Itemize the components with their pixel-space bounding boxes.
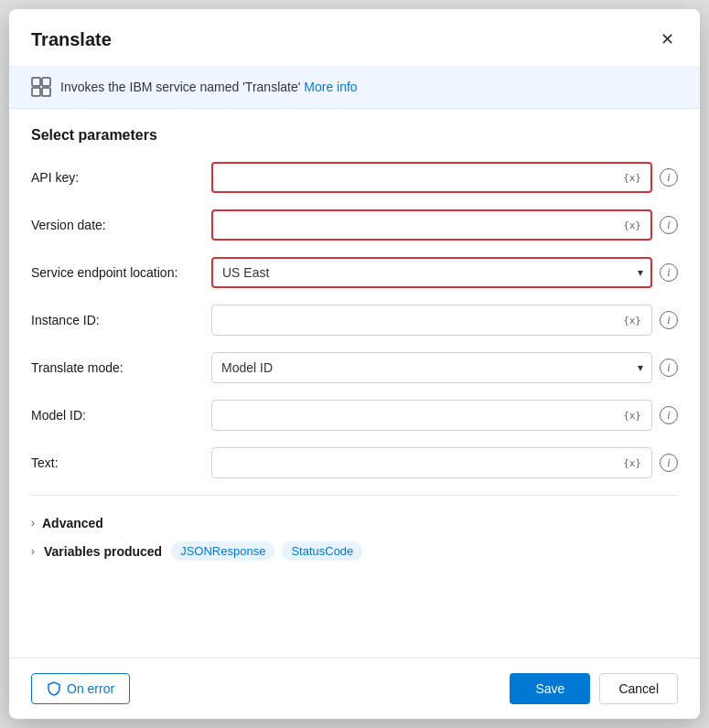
api-key-info-icon: i — [660, 168, 678, 187]
dialog-body: Select parameters API key: {x} i Version… — [9, 109, 700, 658]
translate-service-icon — [31, 77, 51, 97]
model-id-info-icon: i — [660, 406, 678, 424]
svg-rect-1 — [42, 78, 50, 86]
text-input[interactable] — [211, 447, 652, 478]
version-date-label: Version date: — [31, 218, 200, 232]
advanced-collapsible[interactable]: › Advanced — [31, 510, 678, 536]
service-endpoint-select-wrapper: US East US South EU De EU GB JP Tok AU S… — [211, 257, 652, 288]
translate-mode-control: Model ID Source/Target ▾ i — [211, 352, 678, 383]
service-endpoint-control: US East US South EU De EU GB JP Tok AU S… — [211, 257, 678, 288]
translate-mode-select-wrapper: Model ID Source/Target ▾ — [211, 352, 652, 383]
info-banner: Invokes the IBM service named 'Translate… — [9, 66, 700, 109]
section-title: Select parameters — [31, 127, 678, 144]
version-date-input[interactable] — [211, 209, 652, 241]
text-clear-button[interactable]: {x} — [619, 455, 645, 471]
status-code-tag: StatusCode — [282, 541, 362, 561]
text-row: Text: {x} i — [31, 447, 678, 478]
advanced-chevron-icon: › — [31, 517, 35, 530]
variables-chevron-icon: › — [31, 545, 35, 558]
translate-dialog: Translate ✕ Invokes the IBM service name… — [9, 9, 700, 719]
model-id-label: Model ID: — [31, 408, 200, 423]
service-endpoint-row: Service endpoint location: US East US So… — [31, 257, 678, 288]
translate-mode-info-icon: i — [660, 359, 678, 377]
json-response-tag: JSONResponse — [171, 541, 274, 561]
close-button[interactable]: ✕ — [657, 26, 678, 53]
text-control: {x} i — [211, 447, 678, 478]
translate-mode-select[interactable]: Model ID Source/Target — [211, 352, 652, 383]
instance-id-input[interactable] — [211, 305, 652, 336]
save-button[interactable]: Save — [510, 673, 590, 704]
advanced-label: Advanced — [42, 516, 103, 530]
translate-mode-label: Translate mode: — [31, 360, 200, 375]
footer-right-buttons: Save Cancel — [510, 673, 678, 704]
translate-mode-row: Translate mode: Model ID Source/Target ▾… — [31, 352, 678, 383]
dialog-title: Translate — [31, 29, 112, 50]
version-date-input-wrapper: {x} — [211, 209, 652, 241]
version-date-control: {x} i — [211, 209, 678, 241]
instance-id-label: Instance ID: — [31, 313, 200, 327]
shield-icon — [47, 681, 61, 696]
instance-id-clear-button[interactable]: {x} — [619, 313, 645, 328]
banner-text: Invokes the IBM service named 'Translate… — [60, 80, 358, 94]
on-error-button[interactable]: On error — [31, 673, 130, 704]
variables-tags: JSONResponse StatusCode — [171, 541, 362, 561]
svg-rect-3 — [42, 88, 50, 96]
svg-rect-2 — [32, 88, 40, 96]
api-key-clear-button[interactable]: {x} — [619, 170, 645, 186]
dialog-footer: On error Save Cancel — [9, 658, 700, 719]
more-info-link[interactable]: More info — [304, 80, 357, 94]
service-endpoint-label: Service endpoint location: — [31, 265, 200, 280]
text-info-icon: i — [660, 454, 678, 472]
svg-rect-0 — [32, 78, 40, 86]
variables-produced-row: › Variables produced JSONResponse Status… — [31, 536, 678, 566]
text-input-wrapper: {x} — [211, 447, 652, 478]
cancel-button[interactable]: Cancel — [599, 673, 678, 704]
version-date-row: Version date: {x} i — [31, 209, 678, 241]
api-key-input-wrapper: {x} — [211, 162, 652, 193]
api-key-control: {x} i — [211, 162, 678, 193]
api-key-row: API key: {x} i — [31, 162, 678, 193]
instance-id-control: {x} i — [211, 305, 678, 336]
model-id-clear-button[interactable]: {x} — [619, 408, 645, 423]
close-icon: ✕ — [661, 29, 674, 49]
version-date-clear-button[interactable]: {x} — [619, 218, 645, 233]
instance-id-row: Instance ID: {x} i — [31, 305, 678, 336]
variables-label: Variables produced — [44, 544, 162, 559]
version-date-info-icon: i — [660, 216, 678, 234]
on-error-label: On error — [67, 681, 114, 696]
instance-id-info-icon: i — [660, 311, 678, 329]
model-id-input[interactable] — [211, 400, 652, 431]
dialog-header: Translate ✕ — [9, 9, 700, 66]
service-endpoint-select[interactable]: US East US South EU De EU GB JP Tok AU S… — [211, 257, 652, 288]
instance-id-input-wrapper: {x} — [211, 305, 652, 336]
api-key-label: API key: — [31, 170, 200, 185]
model-id-control: {x} i — [211, 400, 678, 431]
model-id-row: Model ID: {x} i — [31, 400, 678, 431]
text-label: Text: — [31, 455, 200, 470]
model-id-input-wrapper: {x} — [211, 400, 652, 431]
divider — [31, 495, 678, 496]
api-key-input[interactable] — [211, 162, 652, 193]
service-endpoint-info-icon: i — [660, 263, 678, 282]
